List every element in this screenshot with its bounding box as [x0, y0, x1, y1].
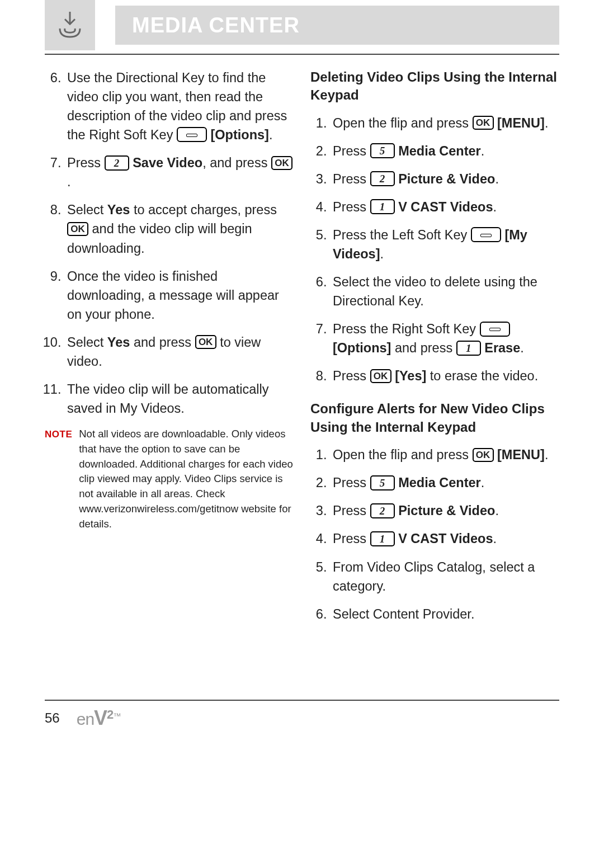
key-5-icon: 5 [370, 143, 395, 158]
page-header: MEDIA CENTER [45, 0, 559, 50]
s1-step-2: Press 5 Media Center. [331, 141, 559, 161]
env2-logo: enV2™ [77, 706, 121, 730]
text-bold: Yes [107, 202, 130, 217]
text: and press [391, 341, 456, 355]
page-title: MEDIA CENTER [115, 6, 559, 45]
left-step-9: Once the video is finished downloading, … [65, 267, 294, 324]
key-1-icon: 1 [456, 341, 481, 356]
text-bold: [Options] [210, 128, 268, 142]
ok-key-icon: OK [473, 448, 494, 462]
s1-step-5: Press the Left Soft Key [My Videos]. [331, 225, 559, 263]
ok-key-icon: OK [271, 156, 292, 170]
text: Press [333, 531, 370, 546]
text-bold: Erase [484, 341, 520, 355]
text: , and press [202, 155, 271, 170]
s1-step-6: Select the video to delete using the Dir… [331, 272, 559, 310]
page-container: MEDIA CENTER Use the Directional Key to … [0, 0, 604, 730]
text: Press [333, 144, 370, 158]
text: Select [67, 202, 107, 217]
s2-step-3: Press 2 Picture & Video. [331, 501, 559, 520]
text: Select [67, 335, 107, 350]
page-number: 56 [45, 710, 60, 726]
section2-heading: Configure Alerts for New Video Clips Usi… [310, 400, 559, 436]
text-bold: Media Center [398, 144, 481, 158]
soft-key-icon [480, 322, 510, 337]
text-bold: Picture & Video [398, 503, 495, 518]
header-rule [45, 54, 559, 55]
text-bold: [Options] [333, 341, 391, 355]
soft-key-icon [177, 127, 207, 142]
text-bold: [MENU] [497, 116, 545, 130]
text-bold: V CAST Videos [398, 200, 493, 214]
ok-key-icon: OK [370, 369, 391, 383]
text-bold: Yes [107, 335, 130, 350]
text: The video clip will be automatically sav… [67, 382, 269, 416]
ok-key-icon: OK [195, 335, 216, 349]
text: Open the flip and press [333, 116, 473, 130]
text: Open the flip and press [333, 447, 473, 462]
key-1-icon: 1 [370, 199, 395, 214]
text: Press [333, 503, 370, 518]
key-2-icon: 2 [105, 155, 129, 171]
text-bold: Save Video [133, 155, 202, 170]
logo-en: en [77, 710, 94, 728]
s1-step-4: Press 1 V CAST Videos. [331, 197, 559, 216]
key-2-icon: 2 [370, 503, 395, 518]
s1-step-1: Open the flip and press OK [MENU]. [331, 114, 559, 133]
s1-step-7: Press the Right Soft Key [Options] and p… [331, 319, 559, 357]
note-block: NOTE Not all videos are downloadable. On… [45, 427, 294, 532]
text: . [493, 531, 497, 546]
left-step-7: Press 2 Save Video, and press OK. [65, 153, 294, 191]
text: Press [67, 155, 105, 170]
section1-heading: Deleting Video Clips Using the Internal … [310, 68, 559, 105]
s2-step-5: From Video Clips Catalog, select a categ… [331, 558, 559, 596]
text: . [481, 144, 485, 158]
text: and the video clip will begin downloadin… [67, 221, 252, 255]
ok-key-icon: OK [473, 116, 494, 130]
text: . [495, 503, 499, 518]
s1-step-3: Press 2 Picture & Video. [331, 169, 559, 188]
text: . [269, 128, 273, 142]
soft-key-icon [471, 227, 501, 242]
key-2-icon: 2 [370, 171, 395, 186]
left-steps: Use the Directional Key to find the vide… [45, 68, 294, 418]
text: Once the video is finished downloading, … [67, 269, 279, 322]
logo-tm: ™ [113, 711, 120, 720]
key-1-icon: 1 [370, 531, 395, 546]
text: to erase the video. [426, 369, 538, 383]
left-step-6: Use the Directional Key to find the vide… [65, 68, 294, 144]
text: Press the Left Soft Key [333, 228, 471, 242]
text: Press [333, 172, 370, 186]
text: Select the video to delete using the Dir… [333, 275, 537, 308]
left-column: Use the Directional Key to find the vide… [45, 68, 294, 633]
left-step-11: The video clip will be automatically sav… [65, 380, 294, 418]
text: Select Content Provider. [333, 607, 474, 621]
note-text: Not all videos are downloadable. Only vi… [79, 427, 294, 532]
key-5-icon: 5 [370, 475, 395, 490]
logo-2: 2 [107, 707, 113, 721]
text: . [67, 174, 71, 189]
text: Press the Right Soft Key [333, 322, 480, 336]
note-label: NOTE [45, 427, 72, 532]
page-footer: 56 enV2™ [45, 700, 559, 730]
left-step-10: Select Yes and press OK to view video. [65, 333, 294, 371]
ok-key-icon: OK [67, 222, 88, 236]
section2-steps: Open the flip and press OK [MENU]. Press… [310, 445, 559, 623]
text-bold: [MENU] [497, 447, 545, 462]
s2-step-1: Open the flip and press OK [MENU]. [331, 445, 559, 464]
text: From Video Clips Catalog, select a categ… [333, 560, 535, 593]
text: . [380, 247, 384, 261]
content-columns: Use the Directional Key to find the vide… [45, 68, 559, 633]
text: . [481, 475, 485, 490]
text: Press [333, 200, 370, 214]
logo-v: V [94, 706, 107, 729]
text: Press [333, 369, 370, 383]
s2-step-6: Select Content Provider. [331, 605, 559, 624]
right-column: Deleting Video Clips Using the Internal … [310, 68, 559, 633]
text: to accept charges, press [130, 202, 277, 217]
s2-step-2: Press 5 Media Center. [331, 473, 559, 492]
text: . [545, 116, 549, 130]
text: . [495, 172, 499, 186]
text-bold: V CAST Videos [398, 531, 493, 546]
left-step-8: Select Yes to accept charges, press OK a… [65, 200, 294, 257]
